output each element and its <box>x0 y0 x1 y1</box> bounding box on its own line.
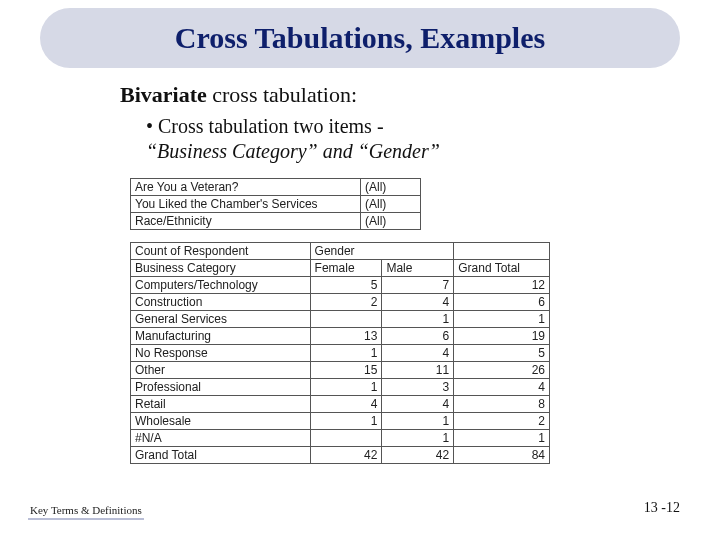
filter-table: Are You a Veteran?(All)You Liked the Cha… <box>130 178 550 230</box>
cell-category: Computers/Technology <box>131 277 311 294</box>
table-row: Wholesale112 <box>131 413 550 430</box>
table-row: Professional134 <box>131 379 550 396</box>
grand-total: 84 <box>454 447 550 464</box>
cell-total: 12 <box>454 277 550 294</box>
filter-label: Race/Ethnicity <box>131 213 361 230</box>
slide-title: Cross Tabulations, Examples <box>175 21 545 55</box>
cell-total: 8 <box>454 396 550 413</box>
table-row: Computers/Technology5712 <box>131 277 550 294</box>
subheading: Bivariate cross tabulation: <box>120 82 660 108</box>
cell-total: 6 <box>454 294 550 311</box>
cell-total: 19 <box>454 328 550 345</box>
table-row: Retail448 <box>131 396 550 413</box>
cell-female: 2 <box>310 294 382 311</box>
col-male: Male <box>382 260 454 277</box>
cell-male: 6 <box>382 328 454 345</box>
filter-row: You Liked the Chamber's Services(All) <box>131 196 550 213</box>
col-female: Female <box>310 260 382 277</box>
cell-female: 13 <box>310 328 382 345</box>
bullet-line1: • Cross tabulation two items - <box>146 115 384 137</box>
cell-male: 7 <box>382 277 454 294</box>
filter-row: Are You a Veteran?(All) <box>131 179 550 196</box>
bullet-item: • Cross tabulation two items - “Business… <box>146 114 660 164</box>
cell-total: 2 <box>454 413 550 430</box>
blank-cell <box>454 243 550 260</box>
cell-male: 1 <box>382 413 454 430</box>
cell-total: 4 <box>454 379 550 396</box>
subheading-bold: Bivariate <box>120 82 207 107</box>
cell-category: Manufacturing <box>131 328 311 345</box>
filter-label: You Liked the Chamber's Services <box>131 196 361 213</box>
filter-value: (All) <box>361 213 421 230</box>
cell-female <box>310 311 382 328</box>
content-area: Bivariate cross tabulation: • Cross tabu… <box>120 82 660 464</box>
footer-page-number: 13 -12 <box>644 500 680 516</box>
cell-female <box>310 430 382 447</box>
cell-category: Retail <box>131 396 311 413</box>
bullet-line2: “Business Category” and “Gender” <box>146 140 440 162</box>
table-wrap: Are You a Veteran?(All)You Liked the Cha… <box>130 178 550 464</box>
cell-female: 5 <box>310 277 382 294</box>
crosstab-table: Count of RespondentGenderBusiness Catego… <box>130 242 550 464</box>
cell-male: 1 <box>382 311 454 328</box>
cell-female: 1 <box>310 413 382 430</box>
grand-total-row: Grand Total424284 <box>131 447 550 464</box>
cell-female: 15 <box>310 362 382 379</box>
table-row: Construction246 <box>131 294 550 311</box>
cell-category: No Response <box>131 345 311 362</box>
cell-male: 11 <box>382 362 454 379</box>
table-row: Manufacturing13619 <box>131 328 550 345</box>
cell-male: 4 <box>382 294 454 311</box>
col-grandtotal: Grand Total <box>454 260 550 277</box>
cell-category: Other <box>131 362 311 379</box>
table-row: Other151126 <box>131 362 550 379</box>
cell-male: 1 <box>382 430 454 447</box>
cell-category: Wholesale <box>131 413 311 430</box>
cell-total: 1 <box>454 430 550 447</box>
table-header-row2: Business CategoryFemaleMaleGrand Total <box>131 260 550 277</box>
table-row: #N/A11 <box>131 430 550 447</box>
grand-total-label: Grand Total <box>131 447 311 464</box>
cell-male: 3 <box>382 379 454 396</box>
cell-category: #N/A <box>131 430 311 447</box>
cell-category: General Services <box>131 311 311 328</box>
gender-header: Gender <box>310 243 454 260</box>
cell-female: 1 <box>310 379 382 396</box>
count-label: Count of Respondent <box>131 243 311 260</box>
row-header: Business Category <box>131 260 311 277</box>
cell-male: 4 <box>382 396 454 413</box>
filter-row: Race/Ethnicity(All) <box>131 213 550 230</box>
table-header-row1: Count of RespondentGender <box>131 243 550 260</box>
cell-category: Professional <box>131 379 311 396</box>
cell-female: 4 <box>310 396 382 413</box>
grand-female: 42 <box>310 447 382 464</box>
cell-female: 1 <box>310 345 382 362</box>
filter-label: Are You a Veteran? <box>131 179 361 196</box>
title-band: Cross Tabulations, Examples <box>40 8 680 68</box>
cell-total: 1 <box>454 311 550 328</box>
table-row: No Response145 <box>131 345 550 362</box>
cell-male: 4 <box>382 345 454 362</box>
subheading-rest: cross tabulation: <box>207 82 357 107</box>
footer-key-terms: Key Terms & Definitions <box>28 504 144 520</box>
table-row: General Services11 <box>131 311 550 328</box>
cell-total: 5 <box>454 345 550 362</box>
filter-value: (All) <box>361 179 421 196</box>
cell-total: 26 <box>454 362 550 379</box>
cell-category: Construction <box>131 294 311 311</box>
filter-value: (All) <box>361 196 421 213</box>
grand-male: 42 <box>382 447 454 464</box>
